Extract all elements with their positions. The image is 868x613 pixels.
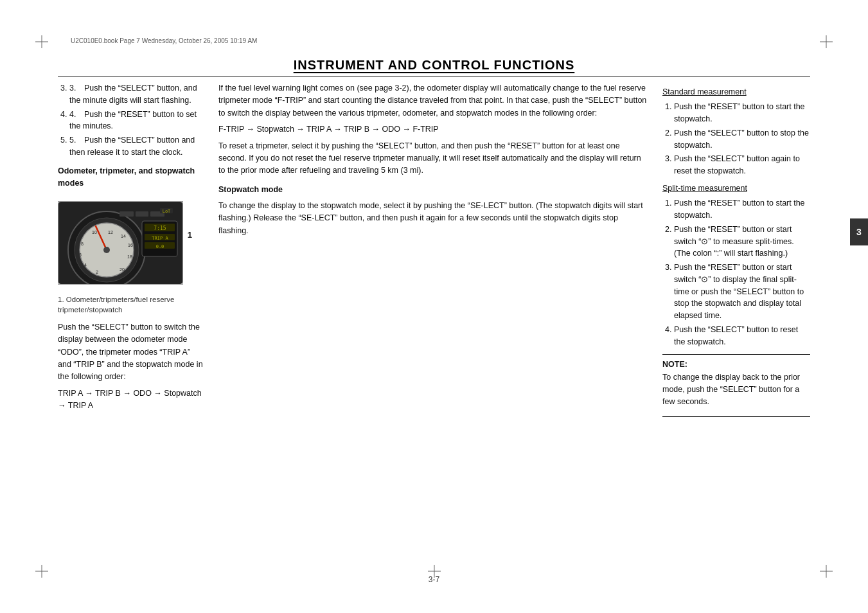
svg-text:7:15: 7:15: [154, 226, 166, 231]
split-step-4: Push the “SELECT” button to reset the st…: [674, 324, 810, 348]
split-time-heading: Split-time measurement: [662, 182, 810, 195]
standard-measurement-heading: Standard measurement: [662, 86, 810, 98]
page-number: 3-7: [429, 575, 439, 584]
trip-order-text: TRIP A → TRIP B → ODO → Stopwatch → TRIP…: [58, 387, 206, 413]
ftrip-order: F-TRIP → Stopwatch → TRIP A → TRIP B → O…: [218, 123, 650, 136]
page-title: INSTRUMENT AND CONTROL FUNCTIONS: [0, 58, 868, 73]
image-caption: 1. Odometer/tripmeters/fuel reserve trip…: [58, 294, 206, 315]
svg-text:LoT: LoT: [163, 209, 171, 214]
svg-text:12: 12: [108, 230, 113, 235]
svg-text:20: 20: [120, 267, 125, 272]
list-item-3: 3. Push the “SELECT” button, and the min…: [69, 82, 206, 107]
standard-step-1: Push the “RESET” button to start the sto…: [674, 101, 810, 125]
svg-text:14: 14: [121, 234, 126, 238]
note-text: To change the display back to the prior …: [662, 371, 810, 409]
title-divider: [58, 76, 810, 76]
svg-text:10: 10: [92, 230, 97, 235]
reset-tripmeter-text: To reset a tripmeter, select it by pushi…: [218, 140, 650, 177]
split-step-2: Push the “RESET” button or start switch …: [674, 224, 810, 260]
image-annotation-1: 1: [188, 229, 192, 242]
crosshair-top-left: [32, 32, 51, 51]
split-steps-list: Push the “RESET” button to start the sto…: [662, 197, 810, 348]
list-item-4: 4. Push the “RESET” button to set the mi…: [69, 109, 206, 133]
odometer-section-heading: Odometer, tripmeter, and stopwatch modes: [58, 165, 206, 190]
standard-step-3: Push the “SELECT” button again to reset …: [674, 153, 810, 177]
svg-text:0.0: 0.0: [156, 244, 164, 249]
left-column: 3. Push the “SELECT” button, and the min…: [58, 82, 212, 562]
chapter-tab: 3: [850, 218, 868, 245]
mid-column: If the fuel level warning light comes on…: [212, 82, 656, 562]
svg-text:4: 4: [84, 263, 87, 267]
note-label: NOTE:: [662, 360, 687, 369]
instrument-image: 10 8 6 4 2 12 14 16 18 20: [58, 201, 183, 285]
crosshair-top-right: [817, 32, 836, 51]
stopwatch-body: To change the display to the stopwatch m…: [218, 200, 650, 237]
split-step-1: Push the “RESET” button to start the sto…: [674, 197, 810, 222]
select-button-body: Push the “SELECT” button to switch the d…: [58, 321, 206, 384]
right-column: Standard measurement Push the “RESET” bu…: [656, 82, 810, 562]
list-item-5: 5. Push the “SELECT” button and then rel…: [69, 134, 206, 159]
svg-text:2: 2: [96, 270, 98, 274]
standard-steps-list: Push the “RESET” button to start the sto…: [662, 101, 810, 177]
clock-steps-list: 3. Push the “SELECT” button, and the min…: [58, 82, 206, 159]
split-step-3: Push the “RESET” button or start switch …: [674, 262, 810, 322]
file-info: U2C010E0.book Page 7 Wednesday, October …: [71, 37, 257, 44]
svg-rect-15: [120, 211, 134, 217]
stopwatch-heading: Stopwatch mode: [218, 184, 650, 196]
svg-rect-16: [136, 211, 148, 217]
svg-text:TRIP A: TRIP A: [152, 236, 168, 241]
standard-step-2: Push the “SELECT” button to stop the sto…: [674, 127, 810, 152]
svg-text:18: 18: [127, 254, 132, 259]
fuel-warning-text: If the fuel level warning light comes on…: [218, 82, 650, 120]
page: U2C010E0.book Page 7 Wednesday, October …: [0, 0, 868, 613]
instrument-image-container: 10 8 6 4 2 12 14 16 18 20: [58, 193, 183, 287]
svg-text:6: 6: [79, 253, 82, 257]
svg-point-14: [103, 247, 110, 253]
crosshair-bottom-left: [32, 562, 51, 581]
svg-text:8: 8: [81, 242, 84, 246]
content-area: 3. Push the “SELECT” button, and the min…: [58, 82, 810, 562]
svg-text:16: 16: [128, 243, 133, 247]
note-box: NOTE: To change the display back to the …: [662, 354, 810, 417]
crosshair-bottom-right: [817, 562, 836, 581]
gauge-svg: 10 8 6 4 2 12 14 16 18 20: [58, 202, 183, 285]
